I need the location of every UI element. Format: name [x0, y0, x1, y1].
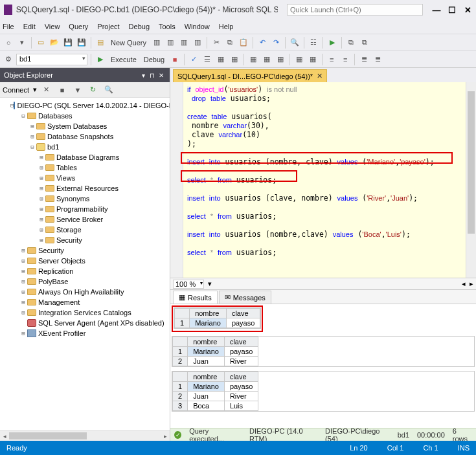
- column-header[interactable]: nombre: [190, 309, 227, 318]
- cell[interactable]: payaso: [224, 347, 258, 357]
- extra1-icon[interactable]: ⧉: [345, 37, 357, 49]
- outdent-icon[interactable]: ≡: [339, 54, 351, 65]
- expand-icon[interactable]: ⊞: [38, 216, 45, 223]
- panel-close-icon[interactable]: ✕: [157, 72, 166, 79]
- table-row[interactable]: 2JuanRiver: [173, 392, 258, 401]
- opt5-icon[interactable]: ▦: [275, 54, 286, 65]
- row-header[interactable]: 2: [173, 357, 188, 366]
- zoom-combo[interactable]: 100 %: [173, 280, 204, 289]
- menu-tools[interactable]: Tools: [159, 23, 176, 30]
- stop-icon[interactable]: ■: [56, 84, 68, 96]
- menu-project[interactable]: Project: [97, 23, 119, 30]
- tree-node[interactable]: ⊟Databases: [1, 111, 170, 121]
- cut-icon[interactable]: ✂: [210, 37, 222, 49]
- menu-help[interactable]: Help: [219, 23, 234, 30]
- q1-icon[interactable]: ▥: [151, 37, 163, 49]
- scroll-right-icon[interactable]: ▸: [161, 431, 170, 441]
- panel-dropdown-icon[interactable]: ▾: [139, 72, 148, 79]
- scroll-left-icon[interactable]: ◂: [0, 431, 9, 441]
- cell[interactable]: Boca: [188, 401, 225, 411]
- cell[interactable]: Mariano: [188, 347, 225, 357]
- tree-node[interactable]: ⊞Database Diagrams: [1, 152, 170, 162]
- comment-icon[interactable]: ≣: [358, 54, 370, 65]
- expand-icon[interactable]: ⊞: [38, 164, 45, 171]
- indent-icon[interactable]: ≡: [326, 54, 337, 65]
- nav-back-icon[interactable]: ○: [3, 37, 14, 49]
- table-row[interactable]: 2JuanRiver: [173, 357, 258, 366]
- expand-icon[interactable]: ⊟: [28, 144, 36, 150]
- tree-hscroll[interactable]: ◂ ▸: [0, 430, 170, 441]
- scroll-left-icon[interactable]: ◂: [462, 280, 466, 288]
- start-icon[interactable]: ▶: [326, 37, 338, 49]
- menu-window[interactable]: Window: [185, 23, 210, 30]
- expand-icon[interactable]: ⊞: [19, 330, 27, 337]
- column-header[interactable]: clave: [224, 337, 258, 347]
- messages-tab[interactable]: ✉ Messages: [219, 291, 271, 304]
- opt7-icon[interactable]: ▦: [307, 54, 319, 65]
- q2-icon[interactable]: ▥: [164, 37, 176, 49]
- refresh-icon[interactable]: ↻: [87, 84, 99, 96]
- row-header[interactable]: 1: [173, 382, 188, 392]
- object-tree[interactable]: ⊟DIEGO-PC (SQL Server 14.0.2002.14 - DIE…: [0, 98, 170, 430]
- expand-icon[interactable]: ⊞: [38, 195, 45, 202]
- copy-icon[interactable]: ⧉: [224, 37, 236, 49]
- cell[interactable]: payaso: [224, 382, 258, 392]
- tree-node[interactable]: ⊞Synonyms: [1, 194, 170, 204]
- uncomment-icon[interactable]: ≣: [372, 54, 383, 65]
- execute-button[interactable]: Execute: [108, 56, 139, 63]
- tree-node[interactable]: ⊞Security: [1, 235, 170, 245]
- table-row[interactable]: 3BocaLuis: [173, 401, 258, 411]
- table-row[interactable]: 1Marianopayaso: [173, 347, 258, 357]
- saveall-icon[interactable]: 💾: [76, 37, 87, 49]
- opt1-icon[interactable]: ▦: [215, 54, 227, 65]
- minimize-button[interactable]: —: [432, 5, 441, 14]
- database-combo[interactable]: bd1: [16, 54, 87, 65]
- new-icon[interactable]: ▭: [35, 37, 47, 49]
- menu-file[interactable]: File: [3, 23, 14, 30]
- disconnect-icon[interactable]: ✕: [41, 84, 52, 96]
- tree-node[interactable]: ⊞System Databases: [1, 121, 170, 131]
- tree-node[interactable]: ⊞Security: [1, 245, 170, 256]
- column-header[interactable]: nombre: [188, 337, 225, 347]
- column-header[interactable]: clave: [226, 309, 260, 318]
- tree-node[interactable]: SQL Server Agent (Agent XPs disabled): [1, 318, 170, 328]
- row-header[interactable]: 3: [173, 401, 188, 411]
- cell[interactable]: Juan: [188, 357, 225, 366]
- tree-node[interactable]: ⊞Tables: [1, 162, 170, 173]
- cell[interactable]: Juan: [188, 392, 225, 401]
- opt2-icon[interactable]: ▦: [229, 54, 240, 65]
- code-text[interactable]: if object_id('usuarios') is not null dro…: [183, 82, 466, 278]
- execute-icon[interactable]: ▶: [95, 54, 106, 65]
- tree-node[interactable]: ⊞External Resources: [1, 183, 170, 194]
- results-grid-2[interactable]: nombreclave1Marianopayaso2JuanRiver: [172, 337, 258, 366]
- q3-icon[interactable]: ▥: [178, 37, 190, 49]
- cancel-icon[interactable]: ■: [169, 54, 181, 65]
- zoom-dropdown-icon[interactable]: ▾: [208, 280, 212, 288]
- scroll-thumb[interactable]: [9, 432, 87, 439]
- cell[interactable]: Mariano: [188, 382, 225, 392]
- expand-icon[interactable]: ⊞: [19, 309, 27, 316]
- tree-node[interactable]: ⊟DIEGO-PC (SQL Server 14.0.2002.14 - DIE…: [1, 100, 170, 111]
- extra2-icon[interactable]: ⧉: [359, 37, 370, 49]
- tree-node[interactable]: ⊞Always On High Availability: [1, 287, 170, 297]
- results-grid-1[interactable]: nombreclave1Marianopayaso: [174, 308, 260, 328]
- menu-edit[interactable]: Edit: [23, 23, 36, 30]
- opt3-icon[interactable]: ▦: [247, 54, 259, 65]
- cell[interactable]: River: [224, 357, 258, 366]
- redo-icon[interactable]: ↷: [270, 37, 282, 49]
- tree-node[interactable]: ⊞Integration Services Catalogs: [1, 307, 170, 318]
- open-icon[interactable]: 📂: [49, 37, 60, 49]
- menu-query[interactable]: Query: [69, 23, 88, 30]
- find-icon[interactable]: 🔍: [289, 37, 300, 49]
- connect-button[interactable]: Connect: [3, 86, 29, 94]
- document-tab[interactable]: SQLQuery1.sql - DI...EGO-PC\diego (54))*…: [173, 69, 327, 82]
- tree-node[interactable]: ⊞Management: [1, 297, 170, 307]
- expand-icon[interactable]: ⊞: [19, 247, 27, 254]
- cell[interactable]: payaso: [226, 318, 260, 328]
- column-header[interactable]: clave: [224, 372, 258, 382]
- maximize-button[interactable]: ☐: [448, 5, 457, 14]
- table-row[interactable]: 1Marianopayaso: [175, 318, 260, 328]
- tree-node[interactable]: ⊞PolyBase: [1, 276, 170, 287]
- tree-node[interactable]: ⊞Storage: [1, 225, 170, 235]
- tree-node[interactable]: ⊞Views: [1, 173, 170, 183]
